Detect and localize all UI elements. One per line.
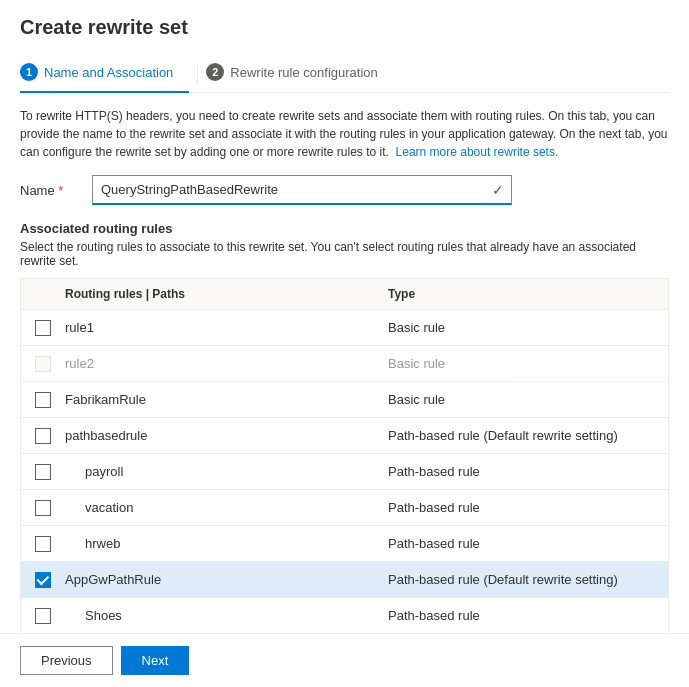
table-row: rule1 Basic rule <box>21 310 668 346</box>
row-type-vacation: Path-based rule <box>388 500 668 515</box>
row-name-fabrikamrule: FabrikamRule <box>65 392 388 407</box>
row-checkbox-pathbasedrule[interactable] <box>35 428 51 444</box>
row-checkbox-rule2 <box>35 356 51 372</box>
name-input[interactable] <box>92 175 512 205</box>
associated-routing-title: Associated routing rules <box>20 221 669 236</box>
tab-label-name-association: Name and Association <box>44 65 173 80</box>
name-input-wrapper: ✓ <box>92 175 512 205</box>
checkbox-col[interactable] <box>21 608 65 624</box>
row-type-rule2: Basic rule <box>388 356 668 371</box>
row-type-fabrikamrule: Basic rule <box>388 392 668 407</box>
tab-label-rewrite-rule-config: Rewrite rule configuration <box>230 65 377 80</box>
next-button[interactable]: Next <box>121 646 190 675</box>
checkbox-col <box>21 356 65 372</box>
checkbox-col[interactable] <box>21 572 65 588</box>
row-type-appgwpathrule: Path-based rule (Default rewrite setting… <box>388 572 668 587</box>
row-checkbox-shoes[interactable] <box>35 608 51 624</box>
row-name-shoes: Shoes <box>65 608 388 623</box>
table-row: Shoes Path-based rule <box>21 598 668 634</box>
row-type-shoes: Path-based rule <box>388 608 668 623</box>
page-title: Create rewrite set <box>20 16 669 39</box>
tabs-row: 1 Name and Association 2 Rewrite rule co… <box>20 55 669 93</box>
row-checkbox-appgwpathrule[interactable] <box>35 572 51 588</box>
row-checkbox-rule1[interactable] <box>35 320 51 336</box>
tab-name-association[interactable]: 1 Name and Association <box>20 55 189 93</box>
associated-routing-desc: Select the routing rules to associate to… <box>20 240 669 268</box>
row-name-rule1: rule1 <box>65 320 388 335</box>
previous-button[interactable]: Previous <box>20 646 113 675</box>
row-name-rule2: rule2 <box>65 356 388 371</box>
checkbox-col[interactable] <box>21 464 65 480</box>
header-checkbox-col <box>21 287 65 301</box>
routing-rules-table: Routing rules | Paths Type rule1 Basic r… <box>20 278 669 687</box>
row-name-appgwpathrule: AppGwPathRule <box>65 572 388 587</box>
header-col-name: Routing rules | Paths <box>65 287 388 301</box>
checkbox-col[interactable] <box>21 320 65 336</box>
table-row: AppGwPathRule Path-based rule (Default r… <box>21 562 668 598</box>
table-header: Routing rules | Paths Type <box>21 279 668 310</box>
row-checkbox-payroll[interactable] <box>35 464 51 480</box>
table-row: payroll Path-based rule <box>21 454 668 490</box>
table-row: rule2 Basic rule <box>21 346 668 382</box>
row-type-hrweb: Path-based rule <box>388 536 668 551</box>
table-row: FabrikamRule Basic rule <box>21 382 668 418</box>
row-type-payroll: Path-based rule <box>388 464 668 479</box>
valid-check-icon: ✓ <box>492 182 504 198</box>
tab-number-1: 1 <box>20 63 38 81</box>
tab-separator <box>197 64 198 84</box>
table-row: hrweb Path-based rule <box>21 526 668 562</box>
checkbox-col[interactable] <box>21 500 65 516</box>
tab-number-2: 2 <box>206 63 224 81</box>
checkbox-col[interactable] <box>21 392 65 408</box>
table-row: vacation Path-based rule <box>21 490 668 526</box>
row-name-pathbasedrule: pathbasedrule <box>65 428 388 443</box>
row-checkbox-vacation[interactable] <box>35 500 51 516</box>
name-label: Name * <box>20 183 80 198</box>
tab-rewrite-rule-config[interactable]: 2 Rewrite rule configuration <box>206 55 393 93</box>
checkbox-col[interactable] <box>21 536 65 552</box>
row-type-pathbasedrule: Path-based rule (Default rewrite setting… <box>388 428 668 443</box>
row-type-rule1: Basic rule <box>388 320 668 335</box>
footer: Previous Next <box>0 633 689 687</box>
row-checkbox-hrweb[interactable] <box>35 536 51 552</box>
required-marker: * <box>58 183 63 198</box>
learn-more-link[interactable]: Learn more about rewrite sets. <box>396 145 559 159</box>
header-col-type: Type <box>388 287 668 301</box>
row-name-hrweb: hrweb <box>65 536 388 551</box>
row-checkbox-fabrikamrule[interactable] <box>35 392 51 408</box>
table-row: pathbasedrule Path-based rule (Default r… <box>21 418 668 454</box>
name-field-row: Name * ✓ <box>20 175 669 205</box>
row-name-payroll: payroll <box>65 464 388 479</box>
row-name-vacation: vacation <box>65 500 388 515</box>
description-text: To rewrite HTTP(S) headers, you need to … <box>20 107 669 161</box>
checkbox-col[interactable] <box>21 428 65 444</box>
